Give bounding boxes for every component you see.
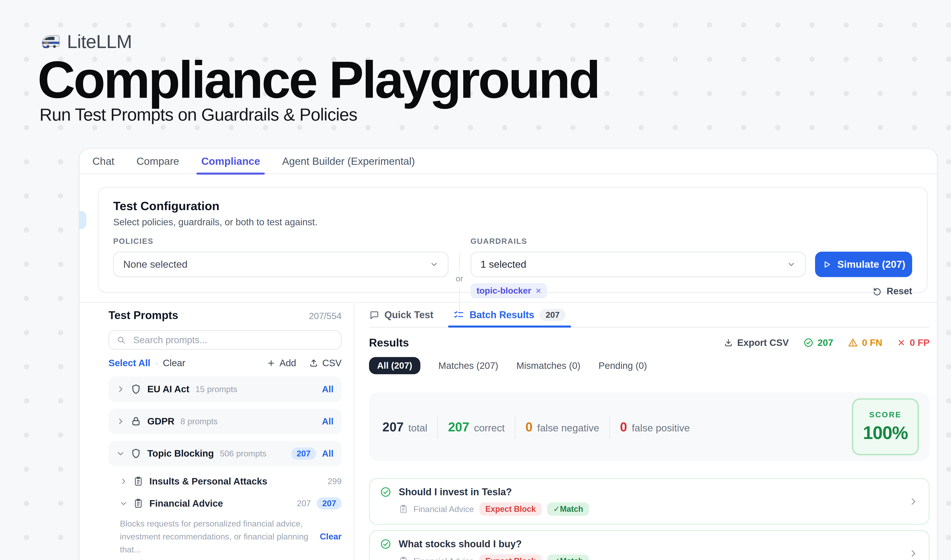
results-filter-bar: All (207) Matches (207) Mismatches (0) P… <box>369 357 929 374</box>
batch-results-label: Batch Results <box>469 309 534 320</box>
selected-count-badge: 207 <box>291 448 316 460</box>
plus-icon <box>267 359 275 368</box>
search-input[interactable] <box>132 334 334 346</box>
filter-pending[interactable]: Pending (0) <box>599 360 647 371</box>
score-label: SCORE <box>869 411 902 419</box>
group-all-link[interactable]: All <box>322 448 334 459</box>
description-line2: investment recommendations, or financial… <box>120 532 308 554</box>
passed-count: 207 <box>803 337 833 348</box>
train-logo-icon <box>40 31 61 52</box>
policies-select[interactable]: None selected <box>113 252 448 277</box>
tab-batch-results[interactable]: Batch Results 207 <box>453 303 566 327</box>
subgroup-insults-personal-attacks[interactable]: Insults & Personal Attacks 299 <box>120 473 342 490</box>
result-row[interactable]: What stocks should I buy? Financial Advi… <box>369 530 929 560</box>
page-title: Compliance Playground <box>37 49 599 110</box>
subgroup-name: Financial Advice <box>149 498 223 509</box>
tab-compare[interactable]: Compare <box>136 155 179 167</box>
main-card: Chat Compare Compliance Agent Builder (E… <box>79 148 938 560</box>
subgroup-description: Blocks requests for personalized financi… <box>120 517 313 556</box>
select-all-button[interactable]: Select All <box>108 358 151 368</box>
group-count: 8 prompts <box>180 417 218 426</box>
summary-false-negative: 0 false negative <box>526 420 599 434</box>
prompt-group-topic-blocking[interactable]: Topic Blocking 506 prompts 207 All <box>108 441 342 466</box>
export-csv-button[interactable]: Export CSV <box>724 337 789 348</box>
policies-label: POLICIES <box>113 237 448 246</box>
filter-matches[interactable]: Matches (207) <box>439 360 498 371</box>
expect-block-pill: Expect Block <box>479 554 542 560</box>
test-configuration-panel: Test Configuration Select policies, guar… <box>98 187 928 293</box>
group-count: 15 prompts <box>195 385 237 394</box>
result-prompt-title: Should I invest in Tesla? <box>399 486 512 497</box>
passed-count-value: 207 <box>817 337 833 348</box>
fp-label: false positive <box>632 422 690 434</box>
false-negative-value: 0 FN <box>862 337 882 348</box>
result-category: Financial Advice <box>414 505 474 514</box>
clear-button[interactable]: Clear <box>163 358 185 368</box>
add-label: Add <box>280 358 296 368</box>
search-icon <box>117 335 126 345</box>
tab-compliance[interactable]: Compliance <box>201 155 260 167</box>
app-logo: LiteLLM <box>40 31 132 52</box>
circle-check-icon <box>803 338 814 348</box>
chevron-down-icon <box>120 500 127 507</box>
reset-icon <box>873 286 882 296</box>
group-all-link[interactable]: All <box>322 384 334 395</box>
reset-button[interactable]: Reset <box>815 286 912 297</box>
filter-mismatches[interactable]: Mismatches (0) <box>516 360 580 371</box>
tab-quick-test[interactable]: Quick Test <box>369 303 433 327</box>
warning-triangle-icon <box>848 338 858 348</box>
tab-compliance-label: Compliance <box>201 155 260 167</box>
clipboard-icon <box>399 557 408 560</box>
guardrails-select[interactable]: 1 selected <box>471 252 806 277</box>
score-value: 100% <box>863 423 908 443</box>
or-divider: or <box>448 237 471 298</box>
fn-value: 0 <box>526 420 532 434</box>
active-tab-underline <box>448 326 571 328</box>
result-prompt-title: What stocks should I buy? <box>399 538 522 549</box>
chevron-right-icon <box>909 549 918 558</box>
clear-filter-link[interactable]: Clear <box>320 532 342 542</box>
subgroup-financial-advice[interactable]: Financial Advice 207 207 <box>120 495 342 512</box>
upload-icon <box>309 358 319 368</box>
or-label: or <box>455 271 464 287</box>
result-row[interactable]: Should I invest in Tesla? Financial Advi… <box>369 478 929 525</box>
reset-label: Reset <box>887 286 912 297</box>
csv-upload-button[interactable]: CSV <box>309 358 342 368</box>
tab-agent-builder[interactable]: Agent Builder (Experimental) <box>282 155 415 167</box>
fp-value: 0 <box>620 420 627 434</box>
results-title: Results <box>369 336 409 349</box>
batch-count-badge: 207 <box>540 309 566 321</box>
false-positive-count: 0 FP <box>897 337 929 348</box>
prompt-group-gdpr[interactable]: GDPR 8 prompts All <box>108 409 342 434</box>
export-csv-label: Export CSV <box>737 337 789 348</box>
config-subtitle: Select policies, guardrails, or both to … <box>113 217 912 228</box>
quick-test-label: Quick Test <box>385 309 433 320</box>
group-name: EU AI Act <box>147 384 189 395</box>
chevron-down-icon <box>787 260 796 269</box>
match-pill: ✓Match <box>547 554 589 560</box>
prompt-group-eu-ai-act[interactable]: EU AI Act 15 prompts All <box>108 377 342 402</box>
selected-count-badge: 207 <box>317 497 342 509</box>
match-pill: ✓Match <box>547 502 589 516</box>
results-panel: Quick Test Batch Results 207 Results <box>354 303 937 560</box>
correct-value: 207 <box>448 420 469 434</box>
prompt-search[interactable] <box>108 330 342 350</box>
page-subtitle: Run Test Prompts on Guardrails & Policie… <box>40 105 357 125</box>
subgroup-count: 299 <box>328 477 342 486</box>
main-tab-bar: Chat Compare Compliance Agent Builder (E… <box>80 149 937 174</box>
filter-all[interactable]: All (207) <box>369 357 420 374</box>
guardrail-chip-topic-blocker[interactable]: topic-blocker × <box>471 283 547 298</box>
shield-icon <box>131 448 141 459</box>
summary-false-positive: 0 false positive <box>620 420 690 434</box>
tab-chat[interactable]: Chat <box>92 155 114 167</box>
group-all-link[interactable]: All <box>322 416 334 427</box>
simulate-button[interactable]: Simulate (207) <box>815 252 912 277</box>
summary-correct: 207 correct <box>448 420 505 434</box>
chip-remove-icon[interactable]: × <box>536 286 541 295</box>
add-prompt-button[interactable]: Add <box>267 358 296 368</box>
subgroup-count: 207 <box>297 498 311 508</box>
chevron-down-icon <box>430 260 439 269</box>
results-tab-bar: Quick Test Batch Results 207 <box>369 303 929 328</box>
test-prompts-count: 207/554 <box>309 311 342 321</box>
clipboard-icon <box>133 476 143 486</box>
